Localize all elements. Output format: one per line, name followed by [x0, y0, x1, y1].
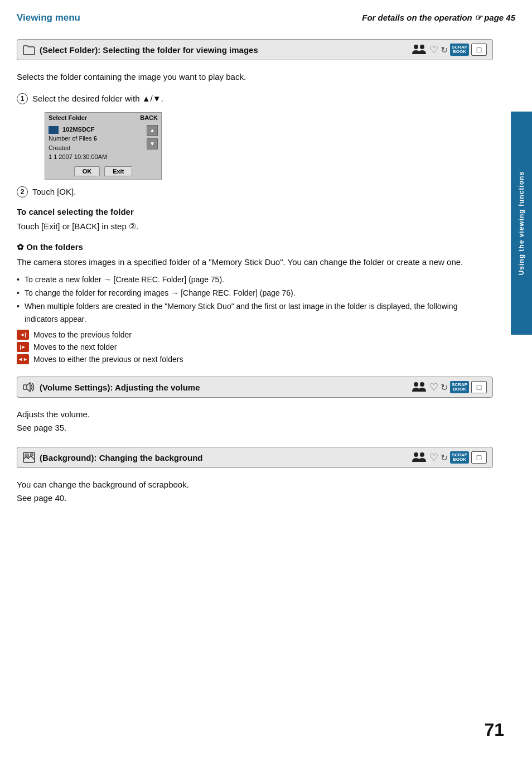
folder-thumbnail	[49, 126, 59, 134]
bullet-1: To change the folder for recording image…	[17, 287, 493, 300]
people-icon	[412, 44, 426, 55]
created-date-row: 1 1 2007 10:30:00AM	[49, 152, 144, 162]
speaker-icon	[23, 382, 35, 393]
people-icon-3	[412, 452, 426, 463]
refresh-icon-2: ↻	[441, 382, 448, 393]
indicator-both: ◄► Moves to either the previous or next …	[17, 354, 493, 364]
heart-icon-2: ♡	[429, 381, 438, 393]
next-folder-text: Moves to the next folder	[33, 343, 117, 351]
sidebar-label: Using the viewing functions	[518, 171, 525, 275]
empty-square-icon-3: □	[471, 451, 487, 464]
indicator-next: |► Moves to the next folder	[17, 342, 493, 352]
created-label-row: Created	[49, 143, 144, 153]
indicator-prev: ◄| Moves to the previous folder	[17, 330, 493, 340]
page-number: 71	[484, 720, 504, 740]
both-folder-text: Moves to either the previous or next fol…	[33, 355, 183, 364]
main-content: (Select Folder): Selecting the folder fo…	[0, 29, 510, 531]
folder-screenshot: Select Folder BACK 102MSDCF Number of Fi…	[45, 112, 162, 180]
refresh-icon-3: ↻	[441, 452, 448, 463]
screenshot-footer: OK Exit	[45, 164, 161, 180]
bullet-2: When multiple folders are created in the…	[17, 300, 493, 327]
step-1: 1 Select the desired folder with ▲/▼.	[17, 93, 493, 105]
screenshot-body: 102MSDCF Number of Files 6 Created 1 1 2…	[45, 123, 161, 164]
next-folder-icon: |►	[17, 342, 29, 352]
screenshot-header-right: BACK	[140, 114, 158, 121]
prev-folder-text: Moves to the previous folder	[33, 330, 132, 339]
svg-point-3	[414, 382, 418, 387]
step-1-num: 1	[17, 93, 28, 104]
both-folder-icon: ◄►	[17, 354, 29, 364]
files-row: Number of Files 6	[49, 134, 144, 143]
svg-point-0	[414, 45, 418, 49]
background-icon	[23, 452, 35, 463]
exit-button[interactable]: Exit	[104, 166, 132, 176]
volume-settings-header-left: (Volume Settings): Adjusting the volume	[23, 382, 200, 393]
volume-settings-header: (Volume Settings): Adjusting the volume …	[17, 377, 493, 398]
operation-ref: For details on the operation ☞ page 45	[362, 13, 515, 23]
screenshot-header-left: Select Folder	[49, 114, 87, 121]
volume-settings-icons: ♡ ↻ SCRAPBOOK □	[412, 381, 487, 393]
scrapbook-icon-3: SCRAPBOOK	[450, 451, 469, 464]
background-title: (Background): Changing the background	[40, 453, 203, 462]
select-folder-body: Selects the folder containing the image …	[17, 70, 493, 84]
background-icons: ♡ ↻ SCRAPBOOK □	[412, 451, 487, 464]
step-2: 2 Touch [OK].	[17, 186, 493, 199]
select-folder-header: (Select Folder): Selecting the folder fo…	[17, 39, 493, 60]
cancel-heading: To cancel selecting the folder	[17, 207, 493, 216]
volume-settings-title: (Volume Settings): Adjusting the volume	[40, 383, 200, 392]
ok-button[interactable]: OK	[74, 166, 100, 176]
background-header-left: (Background): Changing the background	[23, 452, 203, 463]
step-2-text: Touch [OK].	[32, 186, 76, 199]
select-folder-header-left: (Select Folder): Selecting the folder fo…	[23, 45, 258, 55]
tip-section: ✿ On the folders The camera stores image…	[17, 242, 493, 364]
svg-point-4	[420, 382, 424, 387]
step-1-text: Select the desired folder with ▲/▼.	[32, 93, 163, 105]
empty-square-icon-2: □	[471, 381, 487, 393]
tip-heading: ✿ On the folders	[17, 242, 493, 252]
screenshot-header: Select Folder BACK	[45, 113, 161, 123]
volume-body: Adjusts the volume. See page 35.	[17, 408, 493, 435]
page-header: Viewing menu For details on the operatio…	[0, 0, 532, 29]
folder-icon	[23, 45, 35, 55]
section-title: Viewing menu	[17, 12, 80, 23]
heart-icon-3: ♡	[429, 451, 438, 464]
tip-icon: ✿	[17, 242, 24, 252]
folder-name-row: 102MSDCF	[49, 125, 144, 134]
select-folder-icons: ♡ ↻ SCRAPBOOK □	[412, 44, 487, 56]
empty-square-icon: □	[471, 44, 487, 56]
sidebar-vertical: Using the viewing functions	[511, 112, 532, 335]
scrapbook-icon: SCRAPBOOK	[450, 44, 469, 56]
people-icon-2	[412, 382, 426, 393]
scrapbook-icon-2: SCRAPBOOK	[450, 381, 469, 393]
refresh-icon: ↻	[441, 45, 448, 55]
tip-bullets: To create a new folder → [Create REC. Fo…	[17, 273, 493, 326]
cancel-body: Touch [Exit] or [BACK] in step ②.	[17, 220, 493, 233]
svg-point-9	[420, 452, 424, 457]
scroll-arrows: ▲ ▼	[147, 125, 158, 162]
prev-folder-icon: ◄|	[17, 330, 29, 340]
tip-body: The camera stores images in a specified …	[17, 255, 493, 269]
bullet-0: To create a new folder → [Create REC. Fo…	[17, 273, 493, 287]
svg-point-8	[414, 452, 418, 457]
background-body: You can change the background of scrapbo…	[17, 478, 493, 505]
svg-point-1	[420, 45, 424, 49]
select-folder-title: (Select Folder): Selecting the folder fo…	[40, 45, 258, 55]
scroll-up-btn[interactable]: ▲	[147, 125, 158, 136]
svg-point-7	[31, 454, 33, 456]
background-header: (Background): Changing the background ♡ …	[17, 447, 493, 468]
folder-info: 102MSDCF Number of Files 6 Created 1 1 2…	[49, 125, 144, 162]
heart-icon: ♡	[429, 44, 438, 56]
scroll-down-btn[interactable]: ▼	[147, 138, 158, 150]
svg-rect-2	[23, 385, 27, 389]
step-2-num: 2	[17, 186, 28, 197]
